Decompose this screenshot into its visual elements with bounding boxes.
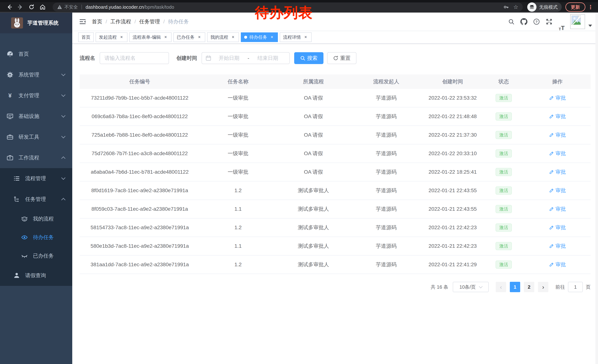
search-button[interactable]: 搜索 [294, 52, 324, 64]
security-label: 不安全 [65, 4, 78, 10]
start-date-placeholder[interactable]: 开始日期 [211, 55, 247, 62]
breadcrumb-task-management[interactable]: 任务管理 [139, 18, 160, 25]
col-header-initiator: 流程发起人 [350, 74, 422, 89]
github-icon[interactable] [518, 12, 530, 31]
tab-close-icon[interactable]: × [231, 35, 236, 40]
yen-icon: ¥ [7, 92, 13, 99]
sidebar-item-home[interactable]: 首页 [0, 44, 72, 65]
approve-button[interactable]: 审批 [549, 113, 566, 120]
browser-home-button[interactable] [37, 2, 48, 12]
reload-icon [29, 4, 34, 10]
status-badge: 激活 [496, 242, 512, 250]
gear-icon [7, 72, 13, 78]
browser-reload-button[interactable] [26, 2, 37, 12]
approve-button[interactable]: 审批 [549, 224, 566, 231]
app-title: 芋道管理系统 [27, 19, 58, 26]
browser-forward-button[interactable] [15, 2, 26, 12]
approve-button[interactable]: 审批 [549, 150, 566, 157]
header-search-icon[interactable] [505, 12, 518, 31]
next-page-button[interactable]: › [538, 282, 548, 292]
sidebar-item-process-management[interactable]: 流程管理 [0, 168, 72, 189]
broken-image-icon [571, 15, 581, 25]
col-header-created: 创建时间 [422, 74, 483, 89]
navbar-tools: ? TT [505, 12, 598, 31]
prev-page-button[interactable]: ‹ [496, 282, 506, 292]
page-scrollbar[interactable] [595, 13, 598, 364]
browser-update-button[interactable]: 更新 [565, 2, 585, 12]
process-name-label: 流程名 [80, 55, 95, 62]
tab-close-icon[interactable]: × [303, 35, 308, 40]
approve-button[interactable]: 审批 [549, 131, 566, 138]
chevron-down-icon [61, 93, 66, 97]
eye-open-icon [21, 234, 28, 241]
edit-pen-icon [549, 206, 554, 212]
reset-button[interactable]: 重置 [327, 52, 357, 64]
chevron-up-icon [61, 156, 66, 161]
page-number-button[interactable]: 1 [510, 282, 520, 292]
sidebar-item-my-process[interactable]: 我的流程 [0, 210, 72, 228]
table-header-row: 任务编号 任务名称 所属流程 流程发起人 创建时间 状态 操作 [80, 74, 590, 89]
browser-back-button[interactable] [4, 2, 15, 12]
tab-close-icon[interactable]: × [163, 35, 168, 40]
sidebar-item-workflow[interactable]: 工作流程 [0, 147, 72, 168]
fullscreen-icon[interactable] [543, 12, 555, 31]
sidebar-item-payment[interactable]: ¥ 支付管理 [0, 85, 72, 106]
create-time-label: 创建时间 [176, 55, 197, 62]
tab-close-icon[interactable]: × [269, 35, 274, 40]
sidebar-item-todo-tasks[interactable]: 待办任务 [0, 228, 72, 247]
page-number-button[interactable]: 2 [524, 282, 534, 292]
tab[interactable]: 流程详情 × [280, 32, 312, 42]
sidebar-item-task-management[interactable]: 任务管理 [0, 189, 72, 210]
status-badge: 激活 [496, 260, 512, 269]
app-logo-row[interactable]: 芋道管理系统 [0, 13, 72, 33]
tab[interactable]: 流程表单-编辑 × [129, 32, 172, 42]
approve-button[interactable]: 审批 [549, 261, 566, 268]
col-header-process: 所属流程 [276, 74, 350, 89]
font-size-icon[interactable]: TT [555, 12, 568, 31]
screen: 不安全 dashboard.yudao.iocoder.cn/bpm/task/… [0, 0, 598, 364]
avatar[interactable] [570, 14, 585, 29]
main-area: 首页 / 工作流程 / 任务管理 / 待办任务 ? [72, 13, 598, 364]
tab-close-icon[interactable]: × [197, 35, 202, 40]
sidebar-item-leave-query[interactable]: 请假查询 [0, 265, 72, 286]
monitor-icon [7, 113, 13, 120]
approve-button[interactable]: 审批 [549, 205, 566, 212]
sidebar-item-system[interactable]: 系统管理 [0, 65, 72, 85]
goto-page-input[interactable]: 1 [568, 282, 583, 292]
approve-button[interactable]: 审批 [549, 94, 566, 101]
status-badge: 激活 [496, 168, 512, 176]
tab[interactable]: 已办任务 × [173, 32, 205, 42]
tab[interactable]: 我的流程 × [207, 32, 239, 42]
breadcrumb-home[interactable]: 首页 [92, 18, 102, 25]
browser-menu-icon[interactable]: ⋮ [588, 4, 594, 10]
end-date-placeholder[interactable]: 结束日期 [250, 55, 286, 62]
dashboard-icon [7, 51, 13, 57]
date-range-picker[interactable]: 开始日期 - 结束日期 [201, 52, 290, 64]
sidebar-item-infrastructure[interactable]: 基础设施 [0, 106, 72, 127]
page-size-select[interactable]: 10条/页 [453, 282, 489, 292]
process-name-input[interactable]: 请输入流程名 [100, 52, 169, 64]
sidebar-item-dev-tools[interactable]: 研发工具 [0, 127, 72, 147]
password-key-icon[interactable] [503, 4, 509, 10]
table-row: 069c6a63-7b8a-11ec-8ef0-acde48001122 一级审… [80, 107, 590, 126]
face-icon [21, 216, 28, 222]
sidebar: 芋道管理系统 首页 系统管理 ¥ [0, 13, 72, 364]
approve-button[interactable]: 审批 [549, 187, 566, 194]
avatar-dropdown-caret[interactable] [588, 25, 592, 27]
warning-icon [57, 4, 62, 10]
tab[interactable]: 待办任务 × [241, 32, 278, 42]
tab-close-icon[interactable]: × [119, 35, 124, 40]
breadcrumb-workflow[interactable]: 工作流程 [110, 18, 131, 25]
table-row: 73211d9d-7b9b-11ec-b5b7-acde48001122 一级审… [80, 89, 590, 107]
bookmark-star-icon[interactable]: ☆ [513, 4, 518, 10]
table-row: 8f059c03-7ac8-11ec-a9e2-a2380e71991a 1.1… [80, 200, 590, 218]
tab[interactable]: 发起流程 × [96, 32, 127, 42]
col-header-task-name: 任务名称 [200, 74, 276, 89]
sidebar-item-done-tasks[interactable]: 已办任务 [0, 247, 72, 265]
address-bar[interactable]: 不安全 dashboard.yudao.iocoder.cn/bpm/task/… [53, 3, 523, 11]
approve-button[interactable]: 审批 [549, 169, 566, 176]
approve-button[interactable]: 审批 [549, 243, 566, 250]
help-icon[interactable]: ? [530, 12, 543, 31]
hamburger-icon[interactable] [72, 13, 92, 31]
tab[interactable]: 首页 [78, 32, 94, 42]
